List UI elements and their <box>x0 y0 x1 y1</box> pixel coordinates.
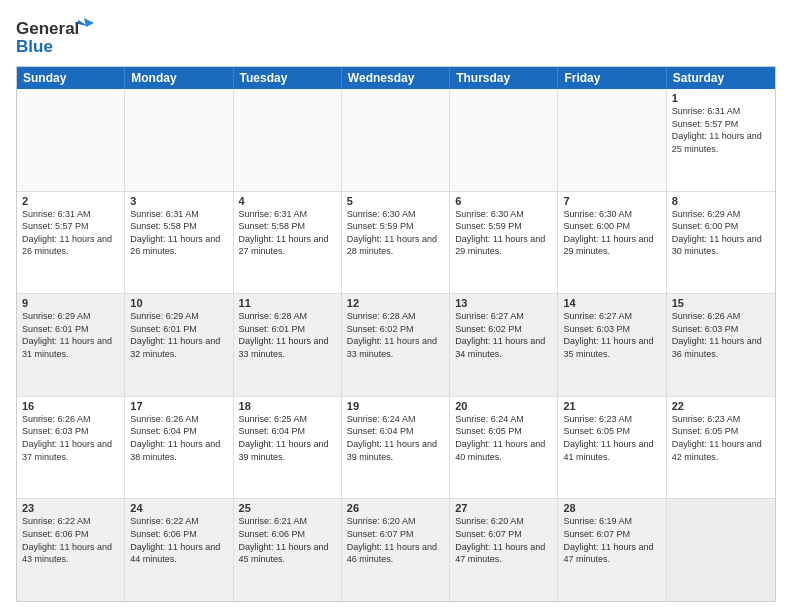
day-number: 11 <box>239 297 336 309</box>
weekday-header: Thursday <box>450 67 558 89</box>
day-number: 7 <box>563 195 660 207</box>
calendar-cell: 28Sunrise: 6:19 AM Sunset: 6:07 PM Dayli… <box>558 499 666 601</box>
day-number: 5 <box>347 195 444 207</box>
cell-daylight-text: Sunrise: 6:25 AM Sunset: 6:04 PM Dayligh… <box>239 413 336 463</box>
calendar-cell: 25Sunrise: 6:21 AM Sunset: 6:06 PM Dayli… <box>234 499 342 601</box>
calendar-row: 1Sunrise: 6:31 AM Sunset: 5:57 PM Daylig… <box>17 89 775 192</box>
cell-daylight-text: Sunrise: 6:28 AM Sunset: 6:01 PM Dayligh… <box>239 310 336 360</box>
svg-text:General: General <box>16 19 79 38</box>
calendar-cell <box>558 89 666 191</box>
cell-daylight-text: Sunrise: 6:31 AM Sunset: 5:57 PM Dayligh… <box>672 105 770 155</box>
day-number: 26 <box>347 502 444 514</box>
cell-daylight-text: Sunrise: 6:30 AM Sunset: 5:59 PM Dayligh… <box>455 208 552 258</box>
calendar-row: 23Sunrise: 6:22 AM Sunset: 6:06 PM Dayli… <box>17 499 775 601</box>
cell-daylight-text: Sunrise: 6:30 AM Sunset: 6:00 PM Dayligh… <box>563 208 660 258</box>
calendar-cell <box>125 89 233 191</box>
cell-daylight-text: Sunrise: 6:23 AM Sunset: 6:05 PM Dayligh… <box>672 413 770 463</box>
calendar-cell: 23Sunrise: 6:22 AM Sunset: 6:06 PM Dayli… <box>17 499 125 601</box>
cell-daylight-text: Sunrise: 6:26 AM Sunset: 6:03 PM Dayligh… <box>672 310 770 360</box>
day-number: 12 <box>347 297 444 309</box>
svg-text:Blue: Blue <box>16 37 53 56</box>
cell-daylight-text: Sunrise: 6:22 AM Sunset: 6:06 PM Dayligh… <box>22 515 119 565</box>
day-number: 13 <box>455 297 552 309</box>
calendar-cell: 17Sunrise: 6:26 AM Sunset: 6:04 PM Dayli… <box>125 397 233 499</box>
day-number: 2 <box>22 195 119 207</box>
calendar-cell <box>342 89 450 191</box>
cell-daylight-text: Sunrise: 6:22 AM Sunset: 6:06 PM Dayligh… <box>130 515 227 565</box>
calendar-body: 1Sunrise: 6:31 AM Sunset: 5:57 PM Daylig… <box>17 89 775 601</box>
cell-daylight-text: Sunrise: 6:29 AM Sunset: 6:00 PM Dayligh… <box>672 208 770 258</box>
day-number: 20 <box>455 400 552 412</box>
calendar-row: 9Sunrise: 6:29 AM Sunset: 6:01 PM Daylig… <box>17 294 775 397</box>
cell-daylight-text: Sunrise: 6:29 AM Sunset: 6:01 PM Dayligh… <box>22 310 119 360</box>
calendar-cell: 12Sunrise: 6:28 AM Sunset: 6:02 PM Dayli… <box>342 294 450 396</box>
day-number: 8 <box>672 195 770 207</box>
calendar-cell: 2Sunrise: 6:31 AM Sunset: 5:57 PM Daylig… <box>17 192 125 294</box>
cell-daylight-text: Sunrise: 6:23 AM Sunset: 6:05 PM Dayligh… <box>563 413 660 463</box>
cell-daylight-text: Sunrise: 6:26 AM Sunset: 6:03 PM Dayligh… <box>22 413 119 463</box>
calendar-cell: 22Sunrise: 6:23 AM Sunset: 6:05 PM Dayli… <box>667 397 775 499</box>
calendar-row: 16Sunrise: 6:26 AM Sunset: 6:03 PM Dayli… <box>17 397 775 500</box>
cell-daylight-text: Sunrise: 6:31 AM Sunset: 5:57 PM Dayligh… <box>22 208 119 258</box>
day-number: 3 <box>130 195 227 207</box>
calendar-cell: 26Sunrise: 6:20 AM Sunset: 6:07 PM Dayli… <box>342 499 450 601</box>
day-number: 23 <box>22 502 119 514</box>
calendar: SundayMondayTuesdayWednesdayThursdayFrid… <box>16 66 776 602</box>
calendar-cell <box>667 499 775 601</box>
calendar-cell: 10Sunrise: 6:29 AM Sunset: 6:01 PM Dayli… <box>125 294 233 396</box>
page: GeneralBlue SundayMondayTuesdayWednesday… <box>0 0 792 612</box>
calendar-cell <box>234 89 342 191</box>
cell-daylight-text: Sunrise: 6:27 AM Sunset: 6:03 PM Dayligh… <box>563 310 660 360</box>
cell-daylight-text: Sunrise: 6:24 AM Sunset: 6:05 PM Dayligh… <box>455 413 552 463</box>
calendar-cell: 8Sunrise: 6:29 AM Sunset: 6:00 PM Daylig… <box>667 192 775 294</box>
cell-daylight-text: Sunrise: 6:31 AM Sunset: 5:58 PM Dayligh… <box>239 208 336 258</box>
calendar-cell: 20Sunrise: 6:24 AM Sunset: 6:05 PM Dayli… <box>450 397 558 499</box>
cell-daylight-text: Sunrise: 6:26 AM Sunset: 6:04 PM Dayligh… <box>130 413 227 463</box>
weekday-header: Sunday <box>17 67 125 89</box>
calendar-row: 2Sunrise: 6:31 AM Sunset: 5:57 PM Daylig… <box>17 192 775 295</box>
calendar-cell <box>17 89 125 191</box>
day-number: 25 <box>239 502 336 514</box>
calendar-cell: 18Sunrise: 6:25 AM Sunset: 6:04 PM Dayli… <box>234 397 342 499</box>
calendar-cell <box>450 89 558 191</box>
calendar-cell: 14Sunrise: 6:27 AM Sunset: 6:03 PM Dayli… <box>558 294 666 396</box>
calendar-cell: 6Sunrise: 6:30 AM Sunset: 5:59 PM Daylig… <box>450 192 558 294</box>
cell-daylight-text: Sunrise: 6:27 AM Sunset: 6:02 PM Dayligh… <box>455 310 552 360</box>
weekday-header: Wednesday <box>342 67 450 89</box>
calendar-cell: 5Sunrise: 6:30 AM Sunset: 5:59 PM Daylig… <box>342 192 450 294</box>
calendar-cell: 4Sunrise: 6:31 AM Sunset: 5:58 PM Daylig… <box>234 192 342 294</box>
cell-daylight-text: Sunrise: 6:20 AM Sunset: 6:07 PM Dayligh… <box>455 515 552 565</box>
logo-svg: GeneralBlue <box>16 16 96 58</box>
calendar-cell: 15Sunrise: 6:26 AM Sunset: 6:03 PM Dayli… <box>667 294 775 396</box>
cell-daylight-text: Sunrise: 6:24 AM Sunset: 6:04 PM Dayligh… <box>347 413 444 463</box>
calendar-header: SundayMondayTuesdayWednesdayThursdayFrid… <box>17 67 775 89</box>
weekday-header: Monday <box>125 67 233 89</box>
day-number: 24 <box>130 502 227 514</box>
day-number: 22 <box>672 400 770 412</box>
weekday-header: Saturday <box>667 67 775 89</box>
cell-daylight-text: Sunrise: 6:19 AM Sunset: 6:07 PM Dayligh… <box>563 515 660 565</box>
day-number: 4 <box>239 195 336 207</box>
day-number: 16 <box>22 400 119 412</box>
day-number: 27 <box>455 502 552 514</box>
calendar-cell: 11Sunrise: 6:28 AM Sunset: 6:01 PM Dayli… <box>234 294 342 396</box>
logo: GeneralBlue <box>16 16 96 58</box>
day-number: 14 <box>563 297 660 309</box>
day-number: 18 <box>239 400 336 412</box>
svg-marker-2 <box>84 18 94 27</box>
day-number: 1 <box>672 92 770 104</box>
calendar-cell: 3Sunrise: 6:31 AM Sunset: 5:58 PM Daylig… <box>125 192 233 294</box>
weekday-header: Friday <box>558 67 666 89</box>
calendar-cell: 16Sunrise: 6:26 AM Sunset: 6:03 PM Dayli… <box>17 397 125 499</box>
calendar-cell: 21Sunrise: 6:23 AM Sunset: 6:05 PM Dayli… <box>558 397 666 499</box>
cell-daylight-text: Sunrise: 6:20 AM Sunset: 6:07 PM Dayligh… <box>347 515 444 565</box>
calendar-cell: 7Sunrise: 6:30 AM Sunset: 6:00 PM Daylig… <box>558 192 666 294</box>
calendar-cell: 24Sunrise: 6:22 AM Sunset: 6:06 PM Dayli… <box>125 499 233 601</box>
calendar-cell: 19Sunrise: 6:24 AM Sunset: 6:04 PM Dayli… <box>342 397 450 499</box>
cell-daylight-text: Sunrise: 6:29 AM Sunset: 6:01 PM Dayligh… <box>130 310 227 360</box>
day-number: 28 <box>563 502 660 514</box>
weekday-header: Tuesday <box>234 67 342 89</box>
calendar-cell: 27Sunrise: 6:20 AM Sunset: 6:07 PM Dayli… <box>450 499 558 601</box>
calendar-cell: 1Sunrise: 6:31 AM Sunset: 5:57 PM Daylig… <box>667 89 775 191</box>
cell-daylight-text: Sunrise: 6:31 AM Sunset: 5:58 PM Dayligh… <box>130 208 227 258</box>
